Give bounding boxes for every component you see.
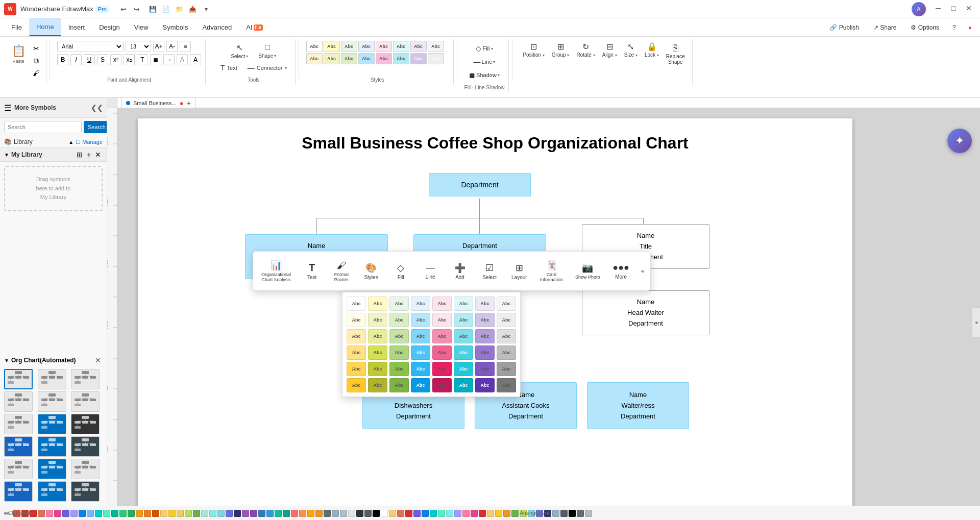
open-button[interactable]: 📁: [174, 3, 186, 15]
style-popup-swatch[interactable]: Abc: [411, 296, 430, 311]
bold-button[interactable]: B: [57, 54, 68, 65]
style-popup-swatch[interactable]: Abc: [454, 378, 473, 392]
position-button[interactable]: ⊡ Position ▾: [520, 41, 547, 59]
template-thumb[interactable]: [71, 436, 100, 457]
style-swatch[interactable]: Abc: [358, 41, 375, 52]
shape-tool-button[interactable]: □ Shape ▾: [254, 41, 280, 61]
underline-button[interactable]: U: [84, 54, 95, 65]
menu-item-symbols[interactable]: Symbols: [156, 18, 195, 36]
paste-button[interactable]: 📋 Paste: [8, 41, 29, 67]
menu-item-insert[interactable]: Insert: [61, 18, 92, 36]
template-thumb[interactable]: [38, 459, 66, 479]
color-bar-swatch[interactable]: [373, 510, 380, 517]
style-popup-swatch[interactable]: Abc: [475, 378, 495, 392]
template-thumb[interactable]: [4, 459, 33, 479]
manage-button[interactable]: ☐ Manage: [76, 139, 103, 145]
template-thumb[interactable]: [38, 391, 66, 412]
undo-button[interactable]: ↩: [117, 3, 130, 15]
style-popup-swatch[interactable]: Abc: [432, 345, 452, 360]
style-popup-swatch[interactable]: Abc: [497, 329, 516, 343]
style-swatch[interactable]: Abc: [428, 41, 444, 52]
help-button[interactable]: ?: [948, 22, 960, 33]
cut-button[interactable]: ✂: [31, 43, 42, 54]
style-popup-swatch[interactable]: Abc: [475, 329, 495, 343]
style-swatch[interactable]: Abc: [393, 53, 409, 64]
color-bar-swatch[interactable]: [62, 510, 69, 517]
style-popup-swatch[interactable]: Abc: [497, 362, 516, 376]
share-button[interactable]: ↗ Share: [868, 22, 901, 33]
style-swatch[interactable]: Abc: [428, 53, 444, 64]
color-bar-swatch[interactable]: [283, 510, 290, 517]
template-thumb[interactable]: [38, 436, 66, 457]
template-thumb[interactable]: [38, 369, 66, 389]
color-bar-swatch[interactable]: [119, 510, 127, 517]
line-button[interactable]: — Line ▾: [471, 56, 498, 67]
color-bar-swatch[interactable]: [128, 510, 135, 517]
style-popup-swatch[interactable]: Abc: [411, 362, 430, 376]
style-popup-swatch[interactable]: Abc: [347, 329, 366, 343]
copy-button[interactable]: ⧉: [31, 55, 42, 66]
color-bar-swatch[interactable]: [54, 510, 61, 517]
style-popup-swatch[interactable]: Abc: [475, 362, 495, 376]
style-popup-swatch[interactable]: Abc: [411, 313, 430, 327]
style-popup-swatch[interactable]: Abc: [389, 378, 409, 392]
color-bar-swatch[interactable]: [332, 510, 339, 517]
style-swatch[interactable]: Abc: [376, 41, 392, 52]
color-bar-swatch[interactable]: [315, 510, 323, 517]
template-thumb[interactable]: [4, 436, 33, 457]
menu-item-file[interactable]: File: [4, 18, 29, 36]
font-size-select[interactable]: 13: [126, 41, 151, 52]
template-thumb[interactable]: [38, 414, 66, 434]
style-popup-swatch[interactable]: Abc: [432, 378, 452, 392]
color-bar-swatch[interactable]: [70, 510, 78, 517]
color-bar-swatch[interactable]: [503, 510, 510, 517]
ft-more[interactable]: ●●● More: [608, 260, 634, 282]
style-popup-swatch[interactable]: Abc: [389, 313, 409, 327]
ft-select[interactable]: ☑ Select: [477, 260, 502, 282]
color-bar-swatch[interactable]: [413, 510, 421, 517]
color-bar-swatch[interactable]: [397, 510, 404, 517]
color-bar-swatch[interactable]: [111, 510, 118, 517]
bullets-button[interactable]: ≣: [150, 54, 161, 65]
color-bar-swatch[interactable]: [250, 510, 257, 517]
style-popup-swatch[interactable]: Abc: [368, 313, 387, 327]
template-thumb[interactable]: [71, 481, 100, 502]
color-bar-swatch[interactable]: [438, 510, 445, 517]
style-swatch[interactable]: Abc: [306, 53, 323, 64]
align-button[interactable]: ≡: [180, 41, 191, 52]
style-popup-swatch[interactable]: Abc: [411, 329, 430, 343]
template-thumb[interactable]: [38, 481, 66, 502]
style-swatch[interactable]: Abc: [393, 41, 409, 52]
menu-item-ai[interactable]: AI hot: [239, 18, 270, 36]
color-bar-swatch[interactable]: [569, 510, 576, 517]
color-bar-swatch[interactable]: [136, 510, 143, 517]
color-bar-swatch[interactable]: [217, 510, 225, 517]
canvas-tab[interactable]: Small Business... ● +: [121, 98, 195, 108]
search-input[interactable]: [4, 121, 82, 133]
new-button[interactable]: 📄: [160, 3, 173, 15]
style-popup-swatch[interactable]: Abc: [389, 345, 409, 360]
size-button[interactable]: ⤡ Size ▾: [621, 41, 641, 59]
color-bar-swatch[interactable]: [79, 510, 86, 517]
publish-button[interactable]: 🔗 Publish: [824, 22, 864, 33]
user-avatar[interactable]: A: [912, 2, 926, 16]
style-popup-swatch[interactable]: Abc: [454, 313, 473, 327]
style-popup-swatch[interactable]: Abc: [432, 329, 452, 343]
color-bar-swatch[interactable]: [552, 510, 559, 517]
color-bar-swatch[interactable]: [291, 510, 298, 517]
style-swatch[interactable]: Abc: [341, 41, 357, 52]
style-popup-swatch[interactable]: Abc: [497, 345, 516, 360]
color-bar-swatch[interactable]: [430, 510, 437, 517]
color-bar-swatch[interactable]: [381, 510, 388, 517]
template-thumb[interactable]: [71, 459, 100, 479]
collapse-sidebar-button[interactable]: ❮❮: [91, 102, 103, 113]
ft-card-info[interactable]: 🃏 CardInformation: [536, 258, 567, 284]
italic-button[interactable]: I: [70, 54, 82, 65]
close-button[interactable]: ✕: [962, 2, 976, 14]
menu-item-design[interactable]: Design: [92, 18, 127, 36]
style-popup-swatch[interactable]: Abc: [432, 296, 452, 311]
menu-item-view[interactable]: View: [127, 18, 156, 36]
ft-format-painter[interactable]: 🖌 FormatPainter: [329, 258, 354, 284]
ft-styles[interactable]: 🎨 Styles: [358, 260, 384, 282]
template-thumb[interactable]: [71, 369, 100, 389]
